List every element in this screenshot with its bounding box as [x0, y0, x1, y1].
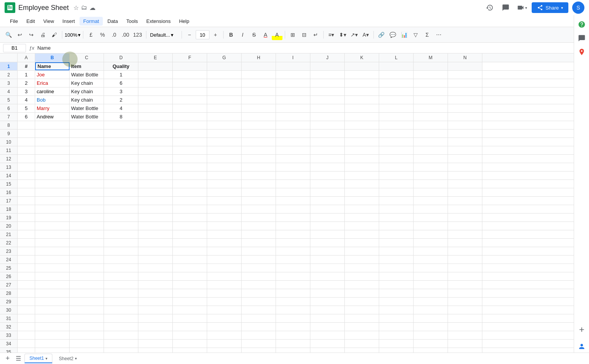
- cell[interactable]: [310, 298, 345, 306]
- cell[interactable]: [138, 239, 173, 247]
- print-btn[interactable]: 🖨: [37, 29, 48, 40]
- cell[interactable]: [242, 197, 276, 205]
- chart-btn[interactable]: 📊: [399, 29, 410, 40]
- cell[interactable]: [448, 146, 482, 154]
- cell[interactable]: [414, 247, 448, 255]
- cell[interactable]: [207, 289, 242, 297]
- row-number[interactable]: 5: [0, 96, 18, 104]
- cell[interactable]: [207, 87, 242, 95]
- cell[interactable]: [310, 247, 345, 255]
- row-number[interactable]: 23: [0, 247, 18, 255]
- cell[interactable]: [276, 323, 310, 331]
- cell[interactable]: [414, 323, 448, 331]
- cell[interactable]: [35, 138, 70, 146]
- cell[interactable]: [173, 247, 207, 255]
- cell[interactable]: [173, 171, 207, 180]
- halign-btn[interactable]: ≡▾: [326, 29, 337, 40]
- cell[interactable]: [414, 348, 448, 353]
- cell[interactable]: [448, 247, 482, 255]
- cell[interactable]: [70, 272, 104, 280]
- row-number[interactable]: 13: [0, 163, 18, 171]
- cell[interactable]: [310, 121, 345, 129]
- cell[interactable]: caroline: [35, 87, 70, 95]
- cell[interactable]: [379, 87, 414, 95]
- more-btn[interactable]: ⋯: [433, 29, 444, 40]
- cell[interactable]: [448, 239, 482, 247]
- cell[interactable]: [173, 239, 207, 247]
- cell[interactable]: [242, 188, 276, 196]
- cell[interactable]: [173, 331, 207, 339]
- cell[interactable]: [173, 79, 207, 87]
- undo-btn[interactable]: ↩: [15, 29, 25, 40]
- cell[interactable]: [138, 129, 173, 138]
- cell[interactable]: [276, 171, 310, 180]
- cell[interactable]: [35, 214, 70, 222]
- cell[interactable]: [448, 62, 482, 70]
- cell[interactable]: [379, 298, 414, 306]
- cell[interactable]: [138, 348, 173, 353]
- row-number[interactable]: 16: [0, 188, 18, 196]
- cell[interactable]: [35, 289, 70, 297]
- cell[interactable]: [276, 264, 310, 272]
- cell[interactable]: [448, 129, 482, 138]
- cell[interactable]: [18, 129, 35, 138]
- cell[interactable]: [207, 129, 242, 138]
- cell[interactable]: [242, 264, 276, 272]
- cell[interactable]: [104, 314, 138, 322]
- cell[interactable]: [173, 197, 207, 205]
- cell[interactable]: [104, 121, 138, 129]
- cell[interactable]: [414, 298, 448, 306]
- cell[interactable]: [310, 155, 345, 163]
- cell[interactable]: [276, 138, 310, 146]
- cell[interactable]: [310, 104, 345, 112]
- cell[interactable]: [138, 281, 173, 289]
- cell[interactable]: [18, 163, 35, 171]
- cell[interactable]: [414, 264, 448, 272]
- cell[interactable]: [138, 155, 173, 163]
- cell[interactable]: [448, 197, 482, 205]
- cell[interactable]: [173, 340, 207, 348]
- cell[interactable]: [207, 96, 242, 104]
- cell[interactable]: [310, 230, 345, 238]
- cell[interactable]: [242, 146, 276, 154]
- cell[interactable]: [310, 323, 345, 331]
- cell[interactable]: [242, 222, 276, 230]
- cell[interactable]: [345, 205, 379, 213]
- cell[interactable]: 2: [18, 79, 35, 87]
- cell[interactable]: [35, 247, 70, 255]
- menu-data[interactable]: Data: [104, 17, 122, 26]
- cell[interactable]: [70, 298, 104, 306]
- cell[interactable]: [35, 264, 70, 272]
- cell[interactable]: [379, 247, 414, 255]
- cell[interactable]: [345, 146, 379, 154]
- cell[interactable]: [414, 104, 448, 112]
- cell[interactable]: [414, 230, 448, 238]
- cell[interactable]: [345, 171, 379, 180]
- cell[interactable]: [448, 306, 482, 314]
- cell[interactable]: [276, 104, 310, 112]
- cell[interactable]: [18, 230, 35, 238]
- cell[interactable]: [104, 289, 138, 297]
- cell[interactable]: [207, 214, 242, 222]
- cell[interactable]: [70, 180, 104, 188]
- cell[interactable]: [310, 163, 345, 171]
- cell[interactable]: [207, 264, 242, 272]
- cell[interactable]: [448, 256, 482, 264]
- cell[interactable]: [138, 104, 173, 112]
- sheet1-dropdown[interactable]: ▾: [45, 356, 47, 361]
- cell[interactable]: [448, 222, 482, 230]
- cell[interactable]: [138, 146, 173, 154]
- cell[interactable]: [414, 289, 448, 297]
- cell[interactable]: [138, 188, 173, 196]
- cell[interactable]: [104, 298, 138, 306]
- cell[interactable]: [310, 96, 345, 104]
- cell[interactable]: [35, 180, 70, 188]
- cell[interactable]: [414, 96, 448, 104]
- cell[interactable]: [448, 180, 482, 188]
- row-number[interactable]: 3: [0, 79, 18, 87]
- cell[interactable]: [35, 256, 70, 264]
- increase-font-btn[interactable]: +: [210, 29, 221, 40]
- cell[interactable]: [414, 62, 448, 70]
- cell[interactable]: [379, 180, 414, 188]
- row-number[interactable]: 31: [0, 314, 18, 322]
